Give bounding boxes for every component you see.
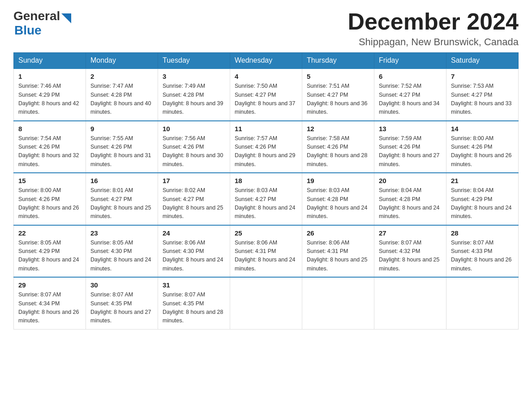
logo: General Blue [13, 9, 71, 38]
day-info: Sunrise: 7:51 AMSunset: 4:27 PMDaylight:… [307, 82, 369, 117]
day-number: 30 [90, 281, 153, 289]
day-number: 27 [379, 229, 442, 237]
day-number: 8 [18, 125, 81, 133]
day-number: 17 [163, 177, 225, 184]
day-info: Sunrise: 7:50 AMSunset: 4:27 PMDaylight:… [235, 82, 297, 117]
day-number: 29 [18, 281, 81, 289]
calendar-cell: 14Sunrise: 8:00 AMSunset: 4:26 PMDayligh… [446, 121, 519, 173]
day-info: Sunrise: 7:57 AMSunset: 4:26 PMDaylight:… [235, 134, 297, 169]
calendar-cell: 6Sunrise: 7:52 AMSunset: 4:27 PMDaylight… [374, 68, 446, 121]
calendar-cell: 3Sunrise: 7:49 AMSunset: 4:28 PMDaylight… [158, 68, 230, 121]
calendar-cell: 2Sunrise: 7:47 AMSunset: 4:28 PMDaylight… [86, 68, 158, 121]
day-info: Sunrise: 8:07 AMSunset: 4:35 PMDaylight:… [163, 291, 225, 325]
day-info: Sunrise: 8:07 AMSunset: 4:34 PMDaylight:… [18, 291, 81, 325]
day-info: Sunrise: 7:54 AMSunset: 4:26 PMDaylight:… [18, 134, 81, 169]
calendar-week-row: 29Sunrise: 8:07 AMSunset: 4:34 PMDayligh… [14, 277, 519, 329]
weekday-header-saturday: Saturday [446, 53, 519, 69]
calendar-cell: 19Sunrise: 8:03 AMSunset: 4:28 PMDayligh… [302, 173, 374, 225]
calendar-week-row: 1Sunrise: 7:46 AMSunset: 4:29 PMDaylight… [14, 68, 519, 121]
calendar-cell [302, 277, 374, 329]
calendar-cell: 25Sunrise: 8:06 AMSunset: 4:31 PMDayligh… [230, 225, 302, 278]
day-info: Sunrise: 7:56 AMSunset: 4:26 PMDaylight:… [163, 134, 225, 169]
calendar-cell: 22Sunrise: 8:05 AMSunset: 4:29 PMDayligh… [14, 225, 86, 278]
calendar-cell: 18Sunrise: 8:03 AMSunset: 4:27 PMDayligh… [230, 173, 302, 225]
day-info: Sunrise: 8:03 AMSunset: 4:28 PMDaylight:… [307, 186, 369, 221]
day-info: Sunrise: 8:04 AMSunset: 4:28 PMDaylight:… [379, 186, 442, 221]
weekday-header-tuesday: Tuesday [158, 53, 230, 69]
calendar-table: SundayMondayTuesdayWednesdayThursdayFrid… [13, 52, 519, 330]
calendar-title: December 2024 [348, 9, 519, 34]
page-header: General Blue December 2024 Shippagan, Ne… [13, 9, 519, 48]
calendar-header-row: SundayMondayTuesdayWednesdayThursdayFrid… [14, 53, 519, 69]
calendar-cell: 9Sunrise: 7:55 AMSunset: 4:26 PMDaylight… [86, 121, 158, 173]
day-info: Sunrise: 8:05 AMSunset: 4:29 PMDaylight:… [18, 239, 81, 274]
calendar-cell: 23Sunrise: 8:05 AMSunset: 4:30 PMDayligh… [86, 225, 158, 278]
day-info: Sunrise: 8:06 AMSunset: 4:31 PMDaylight:… [307, 239, 369, 274]
day-number: 22 [18, 229, 81, 237]
day-info: Sunrise: 7:59 AMSunset: 4:26 PMDaylight:… [379, 134, 442, 169]
day-info: Sunrise: 8:07 AMSunset: 4:35 PMDaylight:… [90, 291, 153, 325]
day-number: 14 [451, 125, 514, 133]
day-info: Sunrise: 7:58 AMSunset: 4:26 PMDaylight:… [307, 134, 369, 169]
calendar-cell: 31Sunrise: 8:07 AMSunset: 4:35 PMDayligh… [158, 277, 230, 329]
day-info: Sunrise: 7:52 AMSunset: 4:27 PMDaylight:… [379, 82, 442, 117]
day-number: 11 [235, 125, 297, 133]
calendar-week-row: 22Sunrise: 8:05 AMSunset: 4:29 PMDayligh… [14, 225, 519, 278]
day-info: Sunrise: 8:07 AMSunset: 4:32 PMDaylight:… [379, 239, 442, 274]
calendar-cell: 17Sunrise: 8:02 AMSunset: 4:27 PMDayligh… [158, 173, 230, 225]
day-info: Sunrise: 7:46 AMSunset: 4:29 PMDaylight:… [18, 82, 81, 117]
day-info: Sunrise: 8:05 AMSunset: 4:30 PMDaylight:… [90, 239, 153, 274]
weekday-header-monday: Monday [86, 53, 158, 69]
day-number: 9 [90, 125, 153, 133]
day-info: Sunrise: 8:04 AMSunset: 4:29 PMDaylight:… [451, 186, 514, 221]
day-number: 26 [307, 229, 369, 237]
day-number: 21 [451, 177, 514, 184]
weekday-header-sunday: Sunday [14, 53, 86, 69]
calendar-cell: 4Sunrise: 7:50 AMSunset: 4:27 PMDaylight… [230, 68, 302, 121]
calendar-week-row: 15Sunrise: 8:00 AMSunset: 4:26 PMDayligh… [14, 173, 519, 225]
calendar-week-row: 8Sunrise: 7:54 AMSunset: 4:26 PMDaylight… [14, 121, 519, 173]
calendar-cell: 13Sunrise: 7:59 AMSunset: 4:26 PMDayligh… [374, 121, 446, 173]
day-info: Sunrise: 8:00 AMSunset: 4:26 PMDaylight:… [18, 186, 81, 221]
calendar-cell: 26Sunrise: 8:06 AMSunset: 4:31 PMDayligh… [302, 225, 374, 278]
day-number: 18 [235, 177, 297, 184]
day-number: 25 [235, 229, 297, 237]
day-number: 3 [163, 73, 225, 80]
day-number: 16 [90, 177, 153, 184]
day-number: 1 [18, 73, 81, 80]
calendar-cell: 1Sunrise: 7:46 AMSunset: 4:29 PMDaylight… [14, 68, 86, 121]
weekday-header-friday: Friday [374, 53, 446, 69]
day-number: 7 [451, 73, 514, 80]
calendar-cell [230, 277, 302, 329]
logo-arrow-icon [61, 13, 71, 23]
calendar-cell: 7Sunrise: 7:53 AMSunset: 4:27 PMDaylight… [446, 68, 519, 121]
calendar-cell: 11Sunrise: 7:57 AMSunset: 4:26 PMDayligh… [230, 121, 302, 173]
calendar-cell [446, 277, 519, 329]
calendar-cell [374, 277, 446, 329]
day-number: 23 [90, 229, 153, 237]
day-info: Sunrise: 7:53 AMSunset: 4:27 PMDaylight:… [451, 82, 514, 117]
day-number: 31 [163, 281, 225, 289]
day-info: Sunrise: 8:01 AMSunset: 4:27 PMDaylight:… [90, 186, 153, 221]
calendar-subtitle: Shippagan, New Brunswick, Canada [348, 36, 519, 48]
day-number: 4 [235, 73, 297, 80]
day-number: 24 [163, 229, 225, 237]
calendar-cell: 12Sunrise: 7:58 AMSunset: 4:26 PMDayligh… [302, 121, 374, 173]
day-number: 20 [379, 177, 442, 184]
day-info: Sunrise: 7:47 AMSunset: 4:28 PMDaylight:… [90, 82, 153, 117]
day-info: Sunrise: 7:49 AMSunset: 4:28 PMDaylight:… [163, 82, 225, 117]
calendar-cell: 29Sunrise: 8:07 AMSunset: 4:34 PMDayligh… [14, 277, 86, 329]
logo-general-text: General [13, 9, 60, 23]
calendar-cell: 30Sunrise: 8:07 AMSunset: 4:35 PMDayligh… [86, 277, 158, 329]
calendar-cell: 28Sunrise: 8:07 AMSunset: 4:33 PMDayligh… [446, 225, 519, 278]
day-number: 10 [163, 125, 225, 133]
day-info: Sunrise: 7:55 AMSunset: 4:26 PMDaylight:… [90, 134, 153, 169]
weekday-header-wednesday: Wednesday [230, 53, 302, 69]
weekday-header-thursday: Thursday [302, 53, 374, 69]
calendar-cell: 8Sunrise: 7:54 AMSunset: 4:26 PMDaylight… [14, 121, 86, 173]
day-info: Sunrise: 8:03 AMSunset: 4:27 PMDaylight:… [235, 186, 297, 221]
calendar-cell: 27Sunrise: 8:07 AMSunset: 4:32 PMDayligh… [374, 225, 446, 278]
day-number: 15 [18, 177, 81, 184]
day-number: 13 [379, 125, 442, 133]
day-info: Sunrise: 8:06 AMSunset: 4:30 PMDaylight:… [163, 239, 225, 274]
